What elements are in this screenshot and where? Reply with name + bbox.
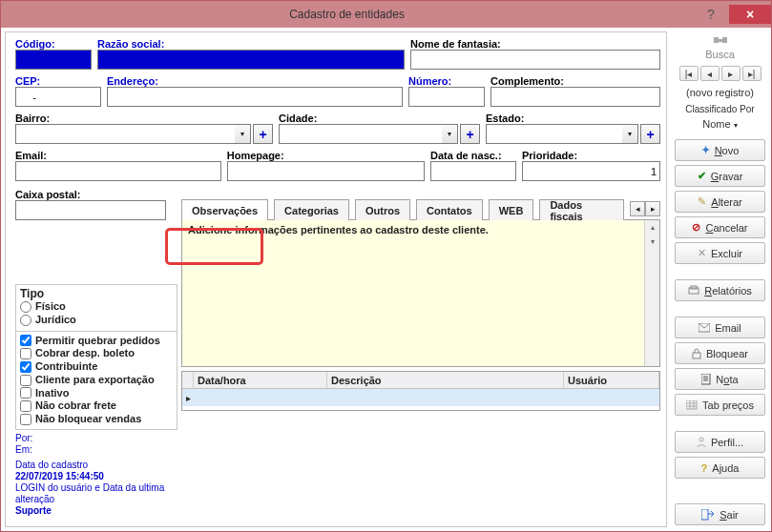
- excluir-button[interactable]: ✕Excluir: [675, 242, 765, 264]
- add-bairro-button[interactable]: +: [253, 124, 273, 144]
- tipo-title: Tipo: [20, 287, 173, 300]
- table-icon: [686, 400, 698, 410]
- check-export[interactable]: Cliente para exportação: [20, 374, 173, 387]
- close-button[interactable]: ×: [729, 5, 771, 24]
- check-boleto[interactable]: Cobrar desp. boleto: [20, 347, 173, 360]
- chevron-down-icon[interactable]: ▾: [622, 124, 638, 144]
- label-homepage: Homepage:: [227, 150, 425, 161]
- chevron-down-icon[interactable]: ▾: [235, 124, 251, 144]
- bairro-combo[interactable]: [15, 124, 235, 144]
- novo-button[interactable]: ✦Novo: [675, 139, 765, 161]
- estado-combo[interactable]: [486, 124, 622, 144]
- meta-data-value: 22/07/2019 15:44:50: [15, 471, 177, 482]
- email-input[interactable]: [15, 161, 221, 181]
- label-complemento: Complemento:: [490, 75, 660, 87]
- grid-col-descricao[interactable]: Descrição: [327, 372, 564, 388]
- help-button[interactable]: ?: [693, 5, 729, 24]
- label-fantasia: Nome de fantasia:: [410, 38, 660, 50]
- class-value[interactable]: Nome ▾: [675, 118, 765, 130]
- tabprecos-button[interactable]: Tab preços: [675, 394, 765, 416]
- email-button[interactable]: Email: [675, 317, 765, 338]
- tab-scroll-right[interactable]: ▸: [645, 201, 660, 216]
- chevron-down-icon[interactable]: ▾: [442, 124, 458, 144]
- codigo-input[interactable]: [15, 50, 92, 70]
- binoculars-icon: [712, 33, 729, 47]
- label-datanasc: Data de nasc.:: [430, 150, 516, 161]
- caixa-input[interactable]: [15, 200, 166, 220]
- cidade-combo[interactable]: [279, 124, 442, 144]
- scroll-down-icon[interactable]: ▾: [645, 235, 659, 249]
- nav-prev-button[interactable]: ◂: [700, 66, 720, 81]
- scroll-up-icon[interactable]: ▴: [645, 220, 659, 235]
- meta-data-label: Data do cadastro: [15, 460, 177, 471]
- tab-scroll-left[interactable]: ◂: [630, 201, 645, 216]
- main-form: Código: Razão social: Nome de fantasia: …: [5, 31, 667, 527]
- homepage-input[interactable]: [227, 161, 425, 181]
- meta-em: Em:: [15, 444, 177, 456]
- row-indicator-icon: ▸: [182, 393, 194, 403]
- perfil-button[interactable]: Perfil...: [675, 431, 765, 453]
- nav-last-button[interactable]: ▸|: [742, 66, 762, 81]
- sair-button[interactable]: Sair: [675, 503, 765, 525]
- registro-status: (novo registro): [675, 87, 765, 98]
- grid-col-usuario[interactable]: Usuário: [564, 372, 659, 388]
- add-estado-button[interactable]: +: [640, 124, 660, 144]
- endereco-input[interactable]: [107, 87, 403, 107]
- gravar-button[interactable]: ✔Gravar: [675, 165, 765, 187]
- check-bloquear[interactable]: Não bloquear vendas: [20, 413, 173, 426]
- datanasc-input[interactable]: [430, 161, 516, 181]
- tab-dadosfiscais[interactable]: Dados fiscais: [539, 199, 624, 220]
- tabs-row: Observações Categorias Outros Contatos W…: [181, 198, 660, 219]
- tab-observacoes[interactable]: Observações: [181, 199, 268, 220]
- fantasia-input[interactable]: [410, 50, 660, 70]
- document-icon: [701, 374, 711, 385]
- window-title: Cadastro de entidades: [1, 8, 693, 21]
- memo-scrollbar[interactable]: ▴ ▾: [644, 220, 659, 366]
- titlebar: Cadastro de entidades ? ×: [1, 1, 771, 28]
- tipo-group: Tipo Físico Jurídico: [15, 284, 177, 332]
- mail-icon: [699, 323, 710, 333]
- tab-web[interactable]: WEB: [489, 199, 534, 220]
- grid-col-datahora[interactable]: Data/hora: [194, 372, 327, 388]
- check-inativo[interactable]: Inativo: [20, 387, 173, 400]
- alterar-button[interactable]: ✎Alterar: [675, 191, 765, 213]
- nav-next-button[interactable]: ▸: [721, 66, 741, 81]
- complemento-input[interactable]: [490, 87, 660, 107]
- svg-rect-3: [693, 353, 700, 358]
- check-quebrar[interactable]: Permitir quebrar pedidos: [20, 335, 173, 348]
- svg-point-6: [699, 438, 703, 441]
- grid-row[interactable]: ▸: [182, 389, 659, 406]
- check-contribuinte[interactable]: Contribuinte: [20, 360, 173, 374]
- meta-suporte: Suporte: [15, 505, 177, 517]
- label-bairro: Bairro:: [15, 113, 273, 124]
- radio-juridico[interactable]: Jurídico: [20, 314, 173, 327]
- svg-rect-5: [686, 400, 697, 409]
- busca-label[interactable]: Busca: [675, 49, 765, 60]
- radio-fisico[interactable]: Físico: [20, 300, 173, 314]
- tab-categorias[interactable]: Categorias: [274, 199, 349, 220]
- prioridade-input[interactable]: [522, 161, 660, 181]
- nota-button[interactable]: Nota: [675, 368, 765, 390]
- tab-contatos[interactable]: Contatos: [416, 199, 483, 220]
- add-cidade-button[interactable]: +: [460, 124, 480, 144]
- check-frete[interactable]: Não cobrar frete: [20, 399, 173, 413]
- tab-outros[interactable]: Outros: [355, 199, 410, 220]
- exit-icon: [701, 509, 715, 521]
- numero-input[interactable]: [408, 87, 485, 107]
- label-caixa: Caixa postal:: [15, 189, 166, 200]
- observacoes-memo[interactable]: Adicione informações pertinentes ao cada…: [182, 220, 644, 366]
- nav-first-button[interactable]: |◂: [679, 66, 699, 81]
- ajuda-button[interactable]: ?Ajuda: [675, 457, 765, 479]
- class-label: Classificado Por: [675, 104, 765, 114]
- razao-input[interactable]: [97, 50, 405, 70]
- bloquear-button[interactable]: Bloquear: [675, 342, 765, 364]
- label-numero: Número:: [408, 75, 485, 87]
- relatorios-button[interactable]: Relatórios: [675, 279, 765, 301]
- cep-input[interactable]: [15, 87, 101, 107]
- meta-login: LOGIN do usuário e Data da ultima altera…: [15, 482, 177, 505]
- cancelar-button[interactable]: ⊘Cancelar: [675, 216, 765, 238]
- meta-por: Por:: [15, 433, 177, 444]
- label-email: Email:: [15, 150, 221, 161]
- label-cep: CEP:: [15, 75, 101, 87]
- label-endereco: Endereço:: [107, 75, 403, 87]
